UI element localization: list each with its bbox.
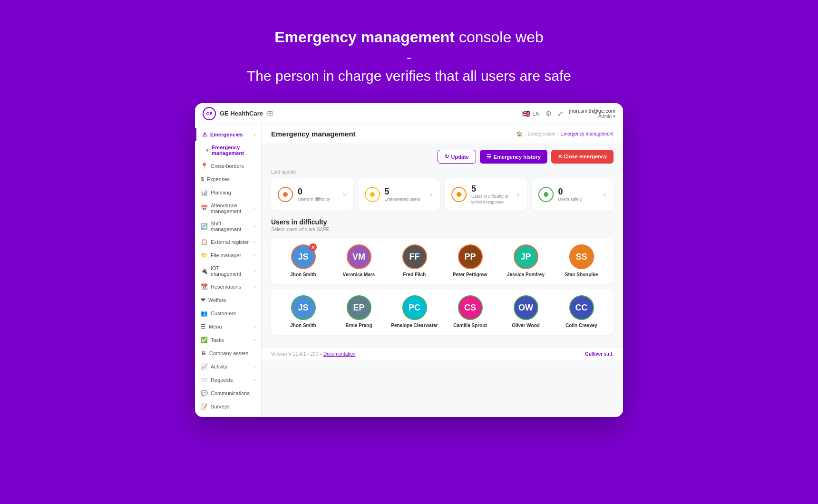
content-area: Emergency management 🏠 / Emergencies / E…	[262, 124, 623, 417]
documentation-link[interactable]: Documentation	[323, 351, 355, 357]
user-card-jhon-smith-2[interactable]: JS Jhon Smith	[278, 295, 329, 328]
stat-expand-icon[interactable]: ∨	[516, 191, 520, 198]
user-card-penelope-clearwater[interactable]: PC Penelope Clearwater	[389, 295, 440, 328]
top-bar-left: GE GE HealthCare ⊞	[203, 107, 273, 120]
sidebar-item-emergency-management[interactable]: + Emergency management	[195, 141, 261, 159]
hero-subtitle: The person in charge verifies that all u…	[247, 68, 571, 84]
chevron-icon: ›	[254, 253, 255, 258]
sidebar-item-iot[interactable]: 🔌 IOT management ›	[195, 262, 261, 280]
user-info[interactable]: jhon.smith@ge.com Admin ▾	[569, 108, 615, 119]
user-card-oliver-wood[interactable]: OW Oliver Wood	[500, 295, 551, 328]
avatar: CS	[458, 295, 483, 320]
user-card-stan-shunpike[interactable]: SS Stan Shunpike	[556, 244, 607, 277]
hero-dash: -	[247, 50, 571, 65]
requests-icon: 📨	[201, 377, 208, 383]
close-emergency-button[interactable]: ✕ Close emergency	[551, 150, 614, 164]
customers-icon: 👥	[201, 310, 208, 317]
main-layout: ⚠ Emergencies › + Emergency management 📍…	[195, 124, 623, 417]
sidebar-item-shift[interactable]: 🔄 Shift management ›	[195, 217, 261, 235]
user-email: jhon.smith@ge.com	[569, 108, 615, 114]
chevron-icon: ›	[254, 132, 255, 137]
external-icon: 📋	[201, 239, 208, 245]
sidebar-item-attendance[interactable]: 📅 Attendance management ›	[195, 199, 261, 217]
communications-icon: 💬	[201, 390, 208, 397]
sidebar-item-menu[interactable]: ☰ Menu ›	[195, 320, 261, 333]
stat-card-without-response: 5 Users in difficulty or without respons…	[445, 178, 527, 211]
sidebar: ⚠ Emergencies › + Emergency management 📍…	[195, 124, 262, 417]
user-card-colin-creevey[interactable]: CC Colin Creevey	[556, 295, 607, 328]
stat-dot-orange	[278, 187, 293, 202]
app-window: GE GE HealthCare ⊞ 🇬🇧 EN ⚙ ⤢ jhon.smith@…	[195, 103, 623, 417]
user-card-fred-filch[interactable]: FF Fred Filch	[389, 244, 440, 277]
stat-expand-icon[interactable]: ∨	[429, 191, 433, 198]
sidebar-item-communications[interactable]: 💬 Communications	[195, 387, 261, 400]
hero-section: Emergency management console web - The p…	[237, 0, 581, 103]
alert-badge: ✕	[309, 243, 317, 251]
users-section: Users in difficulty Select users who are…	[262, 218, 623, 347]
chevron-icon: ›	[254, 224, 255, 229]
cross-borders-icon: 📍	[201, 163, 208, 169]
sidebar-item-emergencies[interactable]: ⚠ Emergencies ›	[195, 128, 261, 141]
history-icon: ☰	[487, 154, 491, 160]
shift-icon: 🔄	[201, 223, 208, 230]
stat-expand-icon[interactable]: ∨	[603, 191, 607, 198]
stat-dot-orange2	[451, 187, 467, 202]
chevron-icon: ›	[254, 240, 255, 244]
files-icon: 📁	[201, 252, 208, 259]
avatar: SS	[569, 244, 594, 269]
page-footer: Version V 11.4.1 - 200 – Documentation G…	[262, 347, 623, 360]
settings-icon[interactable]: ⚙	[545, 109, 552, 118]
footer-version: Version V 11.4.1 - 200 – Documentation	[271, 351, 355, 357]
avatar: PP	[458, 244, 483, 269]
top-bar: GE GE HealthCare ⊞ 🇬🇧 EN ⚙ ⤢ jhon.smith@…	[195, 103, 623, 124]
sidebar-item-expenses[interactable]: $ Expenses	[195, 173, 261, 186]
sidebar-item-surveys[interactable]: 📝 Surveys	[195, 400, 261, 413]
sidebar-item-external[interactable]: 📋 External register ›	[195, 235, 261, 249]
chevron-icon: ›	[254, 269, 255, 273]
sidebar-item-reservations[interactable]: 📆 Reservations ›	[195, 280, 261, 293]
brand-name: GE HealthCare	[220, 110, 263, 117]
expand-icon[interactable]: ⤢	[557, 109, 564, 118]
planning-icon: 📊	[201, 189, 208, 196]
sidebar-item-activity[interactable]: 📈 Activity ›	[195, 360, 261, 373]
update-button[interactable]: ↻ Update	[438, 150, 476, 164]
page-header: Emergency management 🏠 / Emergencies / E…	[262, 124, 623, 144]
company-assets-icon: 🖥	[201, 350, 206, 357]
chevron-icon: ›	[254, 284, 255, 289]
user-card-jhon-smith[interactable]: JS ✕ Jhon Smith	[278, 244, 329, 277]
section-title: Users in difficulty	[271, 218, 614, 226]
avatar: PC	[402, 295, 427, 320]
emergencies-icon: ⚠	[202, 131, 207, 138]
sidebar-item-welfare[interactable]: ❤ Welfare	[195, 293, 261, 307]
user-card-ernie-prang[interactable]: EP Ernie Prang	[333, 295, 384, 328]
sidebar-item-tasks[interactable]: ✅ Tasks ›	[195, 333, 261, 347]
chevron-icon: ›	[254, 378, 255, 382]
avatar: CC	[569, 295, 594, 320]
sidebar-item-files[interactable]: 📁 File manager ›	[195, 249, 261, 262]
user-card-camilla-sprout[interactable]: CS Camilla Sprout	[445, 295, 496, 328]
grid-icon[interactable]: ⊞	[267, 109, 273, 118]
stat-card-difficulty: 0 Users in difficulty ∨	[271, 178, 353, 211]
emergency-history-button[interactable]: ☰ Emergency history	[480, 150, 547, 164]
footer-brand: Gulliver s.r.l.	[585, 351, 614, 357]
attendance-icon: 📅	[201, 205, 208, 212]
chevron-icon: ›	[254, 364, 255, 369]
section-subtitle: Select users who are SAFE	[271, 227, 614, 232]
welfare-icon: ❤	[201, 297, 205, 303]
user-card-veronica-mars[interactable]: VM Veronica Mars	[333, 244, 384, 277]
stat-dot-green	[538, 187, 554, 202]
stat-expand-icon[interactable]: ∨	[342, 191, 347, 198]
user-card-peter-pettigrew[interactable]: PP Peter Pettigrew	[445, 244, 496, 277]
stat-card-unanswered: 5 Unanswered users ∨	[358, 178, 440, 211]
sidebar-item-customers[interactable]: 👥 Customers	[195, 307, 261, 320]
user-card-jessica-pomfrey[interactable]: JP Jessica Pomfrey	[500, 244, 551, 277]
avatar: VM	[347, 244, 371, 269]
sidebar-item-company-assets[interactable]: 🖥 Company assets	[195, 347, 261, 360]
sidebar-item-planning[interactable]: 📊 Planning	[195, 186, 261, 199]
sidebar-item-cross-borders[interactable]: 📍 Cross-borders	[195, 159, 261, 173]
language-selector[interactable]: 🇬🇧 EN	[522, 110, 539, 117]
users-row-1: JS ✕ Jhon Smith VM Veronica Mars FF	[271, 238, 614, 284]
activity-icon: 📈	[201, 363, 208, 370]
sidebar-item-requests[interactable]: 📨 Requests ›	[195, 373, 261, 387]
tasks-icon: ✅	[201, 337, 208, 343]
